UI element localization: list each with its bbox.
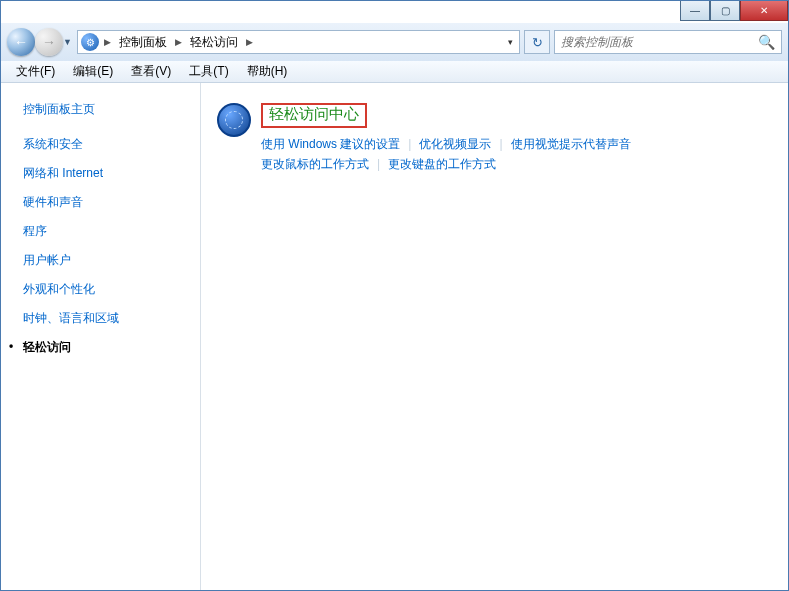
sidebar-item[interactable]: 外观和个性化 bbox=[23, 281, 200, 298]
setting-link[interactable]: 使用 Windows 建议的设置 bbox=[261, 137, 400, 151]
chevron-right-icon: ▶ bbox=[102, 37, 113, 47]
menu-help[interactable]: 帮助(H) bbox=[238, 63, 297, 80]
chevron-right-icon: ▶ bbox=[244, 37, 255, 47]
sidebar: 控制面板主页 系统和安全网络和 Internet硬件和声音程序用户帐户外观和个性… bbox=[1, 83, 201, 590]
separator: | bbox=[499, 137, 502, 151]
breadcrumb-item[interactable]: 控制面板 bbox=[113, 34, 173, 51]
search-box[interactable]: 🔍 bbox=[554, 30, 782, 54]
control-panel-home-link[interactable]: 控制面板主页 bbox=[23, 101, 200, 118]
menu-tools[interactable]: 工具(T) bbox=[180, 63, 237, 80]
navigation-bar: ← → ▼ ⚙ ▶ 控制面板 ▶ 轻松访问 ▶ ▾ ↻ 🔍 bbox=[1, 23, 788, 61]
main-content: 轻松访问中心 使用 Windows 建议的设置|优化视频显示|使用视觉提示代替声… bbox=[201, 83, 788, 590]
separator: | bbox=[408, 137, 411, 151]
back-button[interactable]: ← bbox=[7, 28, 35, 56]
sidebar-item[interactable]: 系统和安全 bbox=[23, 136, 200, 153]
sidebar-item[interactable]: 用户帐户 bbox=[23, 252, 200, 269]
address-bar[interactable]: ⚙ ▶ 控制面板 ▶ 轻松访问 ▶ ▾ bbox=[77, 30, 520, 54]
menu-edit[interactable]: 编辑(E) bbox=[64, 63, 122, 80]
search-input[interactable] bbox=[561, 35, 758, 49]
separator: | bbox=[377, 157, 380, 171]
control-panel-icon: ⚙ bbox=[81, 33, 99, 51]
close-button[interactable]: ✕ bbox=[740, 1, 788, 21]
menu-file[interactable]: 文件(F) bbox=[7, 63, 64, 80]
forward-button: → bbox=[35, 28, 63, 56]
minimize-button[interactable]: — bbox=[680, 1, 710, 21]
setting-link[interactable]: 更改鼠标的工作方式 bbox=[261, 157, 369, 171]
sidebar-item[interactable]: 网络和 Internet bbox=[23, 165, 200, 182]
sidebar-item[interactable]: 程序 bbox=[23, 223, 200, 240]
search-icon[interactable]: 🔍 bbox=[758, 34, 775, 50]
ease-of-access-center-link[interactable]: 轻松访问中心 bbox=[269, 105, 359, 122]
menu-view[interactable]: 查看(V) bbox=[122, 63, 180, 80]
sidebar-item[interactable]: 硬件和声音 bbox=[23, 194, 200, 211]
breadcrumb-item[interactable]: 轻松访问 bbox=[184, 34, 244, 51]
chevron-right-icon: ▶ bbox=[173, 37, 184, 47]
sidebar-item[interactable]: 轻松访问 bbox=[23, 339, 200, 356]
address-dropdown[interactable]: ▾ bbox=[502, 37, 519, 47]
refresh-button[interactable]: ↻ bbox=[524, 30, 550, 54]
setting-link[interactable]: 使用视觉提示代替声音 bbox=[511, 137, 631, 151]
ease-of-access-icon bbox=[217, 103, 251, 137]
nav-history-dropdown[interactable]: ▼ bbox=[63, 37, 72, 47]
menu-bar: 文件(F) 编辑(E) 查看(V) 工具(T) 帮助(H) bbox=[1, 61, 788, 83]
setting-link[interactable]: 优化视频显示 bbox=[419, 137, 491, 151]
setting-link[interactable]: 更改键盘的工作方式 bbox=[388, 157, 496, 171]
maximize-button[interactable]: ▢ bbox=[710, 1, 740, 21]
highlighted-title: 轻松访问中心 bbox=[261, 103, 367, 128]
sidebar-item[interactable]: 时钟、语言和区域 bbox=[23, 310, 200, 327]
